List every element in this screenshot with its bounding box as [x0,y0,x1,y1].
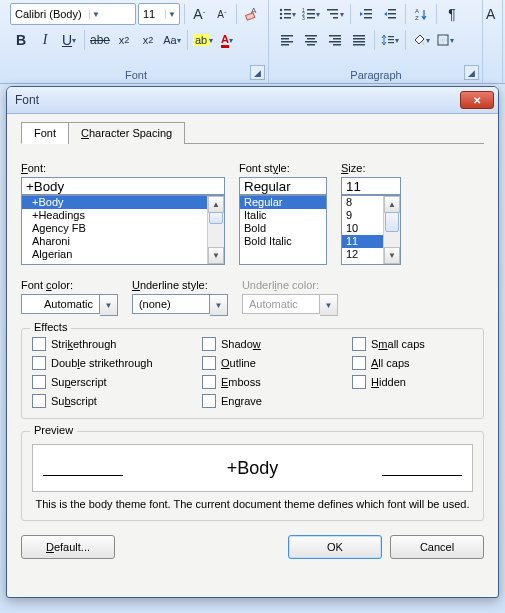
list-item[interactable]: +Headings [22,209,208,222]
list-item[interactable]: Bold [240,222,326,235]
grow-font-button[interactable]: Aˆ [189,3,210,25]
scroll-thumb[interactable] [385,212,399,232]
checkbox-emboss[interactable]: Emboss [202,375,352,389]
scrollbar[interactable]: ▲ ▼ [383,196,400,264]
tabs: Font Character Spacing [21,121,484,144]
multilevel-button[interactable]: ▾ [324,3,346,25]
scroll-up-icon[interactable]: ▲ [208,196,224,213]
underline-style-dropdown[interactable]: (none) ▼ [132,294,228,316]
checkbox-subscript[interactable]: Subscript [32,394,202,408]
scroll-down-icon[interactable]: ▼ [208,247,224,264]
scrollbar[interactable]: ▲ ▼ [207,196,224,264]
highlight-button[interactable]: ab▾ [192,29,214,51]
styles-hint: A [486,6,495,22]
font-color-button[interactable]: A▾ [216,29,238,51]
numbering-button[interactable]: 123▾ [300,3,322,25]
style-listbox[interactable]: RegularItalicBoldBold Italic [239,195,327,265]
bold-button[interactable]: B [10,29,32,51]
svg-point-6 [280,17,282,19]
font-input[interactable] [21,177,225,195]
change-case-button[interactable]: Aa▾ [161,29,183,51]
italic-button[interactable]: I [34,29,56,51]
font-listbox[interactable]: +Body+HeadingsAgency FBAharoniAlgerian ▲… [21,195,225,265]
borders-button[interactable]: ▾ [434,29,456,51]
svg-rect-41 [388,36,394,37]
strikethrough-button[interactable]: abe [89,29,111,51]
align-center-button[interactable] [300,29,322,51]
checkbox-outline[interactable]: Outline [202,356,352,370]
list-item[interactable]: Bold Italic [240,235,326,248]
list-item[interactable]: 8 [342,196,384,209]
scroll-up-icon[interactable]: ▲ [384,196,400,213]
increase-indent-button[interactable] [379,3,401,25]
list-item[interactable]: Italic [240,209,326,222]
subscript-button[interactable]: x2 [113,29,135,51]
superscript-button[interactable]: x2 [137,29,159,51]
style-input[interactable] [239,177,327,195]
titlebar[interactable]: Font ✕ [7,87,498,114]
checkbox-hidden[interactable]: Hidden [352,375,472,389]
pilcrow-icon: ¶ [448,6,456,22]
svg-rect-37 [353,35,365,37]
align-right-icon [328,33,342,47]
font-name-combo[interactable]: Calibri (Body) ▼ [10,3,136,25]
list-item[interactable]: 11 [342,235,384,248]
checkbox-double-strike[interactable]: Double strikethrough [32,356,202,370]
size-listbox[interactable]: 89101112 ▲ ▼ [341,195,401,265]
chevron-down-icon[interactable]: ▼ [89,10,102,19]
list-item[interactable]: 9 [342,209,384,222]
bullets-button[interactable]: ▾ [276,3,298,25]
svg-point-4 [280,13,282,15]
shading-button[interactable]: ▾ [410,29,432,51]
dialog-launcher-icon[interactable]: ◢ [250,65,265,80]
show-marks-button[interactable]: ¶ [441,3,463,25]
svg-rect-32 [307,44,315,46]
checkbox-superscript[interactable]: Superscript [32,375,202,389]
size-input[interactable] [341,177,401,195]
list-item[interactable]: +Body [22,196,208,209]
list-item[interactable]: Regular [240,196,326,209]
underline-color-dropdown: Automatic ▼ [242,294,338,316]
list-item[interactable]: Algerian [22,248,208,261]
cancel-button[interactable]: Cancel [390,535,484,559]
list-item[interactable]: Agency FB [22,222,208,235]
chevron-down-icon: ▼ [324,301,332,310]
checkbox-strikethrough[interactable]: Strikethrough [32,337,202,351]
align-left-button[interactable] [276,29,298,51]
list-item[interactable]: Aharoni [22,235,208,248]
label-underline-color: Underline color: [242,279,338,291]
font-color-dropdown[interactable]: Automatic ▼ [21,294,118,316]
list-item[interactable]: 12 [342,248,384,261]
svg-rect-22 [388,17,396,19]
default-button[interactable]: Default... [21,535,115,559]
justify-button[interactable] [348,29,370,51]
clear-formatting-button[interactable]: A [241,3,262,25]
sort-button[interactable]: AZ [410,3,432,25]
checkbox-smallcaps[interactable]: Small caps [352,337,472,351]
close-button[interactable]: ✕ [460,91,494,109]
svg-rect-36 [333,44,341,46]
font-size-combo[interactable]: 11 ▼ [138,3,180,25]
align-right-button[interactable] [324,29,346,51]
list-item[interactable]: 10 [342,222,384,235]
dialog-launcher-icon[interactable]: ◢ [464,65,479,80]
chevron-down-icon[interactable]: ▼ [165,10,178,19]
checkbox-shadow[interactable]: Shadow [202,337,352,351]
tab-font[interactable]: Font [21,122,69,144]
decrease-indent-button[interactable] [355,3,377,25]
font-dialog: Font ✕ Font Character Spacing Font: +Bod… [6,86,499,598]
svg-rect-27 [281,41,293,43]
outdent-icon [359,7,373,21]
checkbox-allcaps[interactable]: All caps [352,356,472,370]
scroll-down-icon[interactable]: ▼ [384,247,400,264]
underline-button[interactable]: U▾ [58,29,80,51]
checkbox-engrave[interactable]: Engrave [202,394,352,408]
ok-button[interactable]: OK [288,535,382,559]
scroll-thumb[interactable] [209,212,223,224]
font-size-value: 11 [139,8,165,20]
line-spacing-button[interactable]: ▾ [379,29,401,51]
tab-character-spacing[interactable]: Character Spacing [68,122,185,144]
svg-rect-18 [364,13,372,15]
shrink-font-button[interactable]: Aˇ [212,3,233,25]
svg-text:A: A [415,8,419,14]
